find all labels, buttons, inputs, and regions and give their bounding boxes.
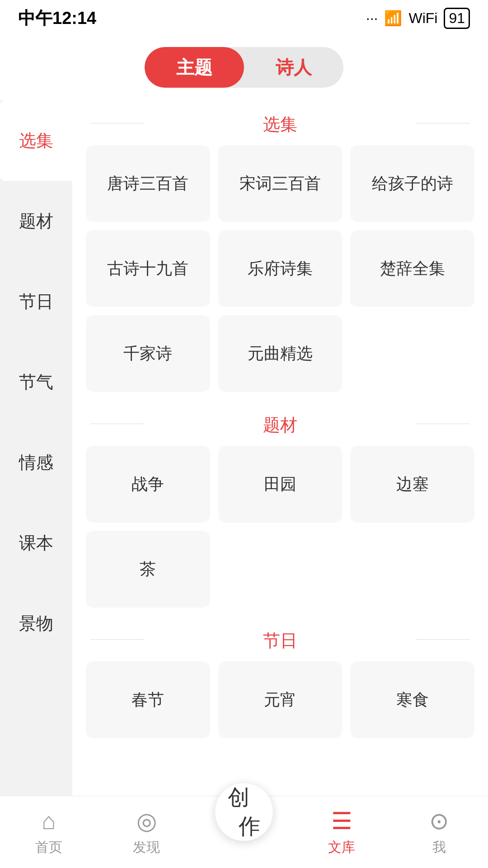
discover-icon: ◎ (136, 807, 157, 835)
nav-home-label: 首页 (35, 838, 62, 857)
section-jieri: 节日 春节 元宵 寒食 (72, 617, 488, 747)
create-label: 创作 (228, 783, 260, 841)
nav-library[interactable]: ☰ 文库 (301, 807, 382, 857)
card-haizi[interactable]: 给孩子的诗 (350, 145, 474, 222)
section-header-xuanji: 选集 (81, 100, 479, 145)
card-tianyuan[interactable]: 田园 (218, 446, 343, 523)
dots-icon: ··· (366, 10, 378, 27)
section-header-ticai: 题材 (81, 401, 479, 446)
card-yuefu[interactable]: 乐府诗集 (218, 230, 343, 307)
status-time: 中午12:14 (18, 7, 96, 30)
sidebar: 选集 题材 节日 节气 情感 课本 景物 (0, 100, 72, 796)
nav-profile-label: 我 (432, 838, 446, 857)
battery-icon: 91 (444, 8, 470, 29)
card-qianjia[interactable]: 千家诗 (86, 315, 210, 392)
card-tangshi[interactable]: 唐诗三百首 (86, 145, 210, 222)
sidebar-item-ticai[interactable]: 题材 (0, 181, 72, 261)
sidebar-item-jieqi[interactable]: 节气 (0, 342, 72, 422)
status-icons: ··· 📶 WiFi 91 (366, 8, 470, 29)
card-yuanqu[interactable]: 元曲精选 (218, 315, 343, 392)
signal-icon: 📶 (384, 9, 402, 27)
grid-jieri: 春节 元宵 寒食 (81, 661, 479, 738)
profile-icon: ⊙ (429, 807, 449, 835)
toggle-bar: 主题 诗人 (0, 36, 488, 100)
section-ticai: 题材 战争 田园 边塞 茶 (72, 401, 488, 617)
card-songci[interactable]: 宋词三百首 (218, 145, 343, 222)
card-biansai[interactable]: 边塞 (350, 446, 474, 523)
grid-xuanji: 唐诗三百首 宋词三百首 给孩子的诗 古诗十九首 乐府诗集 楚辞全集 千家诗 元曲… (81, 145, 479, 392)
sidebar-item-qinggan[interactable]: 情感 (0, 422, 72, 503)
nav-home[interactable]: ⌂ 首页 (8, 807, 89, 857)
sidebar-item-jingwu[interactable]: 景物 (0, 583, 72, 664)
content-area: 选集 唐诗三百首 宋词三百首 给孩子的诗 古诗十九首 乐府诗集 楚辞全集 千家诗… (72, 100, 488, 796)
bottom-nav: ⌂ 首页 ◎ 发现 创作 ☰ 文库 ⊙ 我 (0, 796, 488, 868)
nav-profile[interactable]: ⊙ 我 (399, 807, 480, 857)
card-zhanzeng[interactable]: 战争 (86, 446, 210, 523)
section-header-jieri: 节日 (81, 617, 479, 661)
sidebar-item-keben[interactable]: 课本 (0, 503, 72, 583)
home-icon: ⌂ (42, 807, 56, 835)
nav-discover[interactable]: ◎ 发现 (106, 807, 187, 857)
toggle-theme-button[interactable]: 主题 (145, 47, 244, 88)
status-bar: 中午12:14 ··· 📶 WiFi 91 (0, 0, 488, 36)
card-cha[interactable]: 茶 (86, 531, 210, 608)
nav-discover-label: 发现 (133, 838, 160, 857)
card-yuanxiao[interactable]: 元宵 (218, 661, 343, 738)
sidebar-item-jieri[interactable]: 节日 (0, 261, 72, 342)
card-chuci[interactable]: 楚辞全集 (350, 230, 474, 307)
toggle-wrap: 主题 诗人 (145, 47, 343, 88)
library-icon: ☰ (331, 807, 352, 835)
card-chunjie[interactable]: 春节 (86, 661, 210, 738)
toggle-poet-button[interactable]: 诗人 (244, 47, 343, 88)
card-gushi19[interactable]: 古诗十九首 (86, 230, 210, 307)
sidebar-item-xuanji[interactable]: 选集 (0, 100, 72, 181)
wifi-icon: WiFi (408, 10, 437, 27)
nav-library-label: 文库 (328, 838, 355, 857)
main-layout: 选集 题材 节日 节气 情感 课本 景物 选集 唐诗三百首 宋词三百首 给孩子的… (0, 100, 488, 796)
grid-ticai: 战争 田园 边塞 茶 (81, 446, 479, 608)
section-xuanji: 选集 唐诗三百首 宋词三百首 给孩子的诗 古诗十九首 乐府诗集 楚辞全集 千家诗… (72, 100, 488, 401)
create-fab-button[interactable]: 创作 (215, 783, 273, 841)
card-hanshi[interactable]: 寒食 (350, 661, 474, 738)
nav-create[interactable]: 创作 (203, 814, 285, 850)
